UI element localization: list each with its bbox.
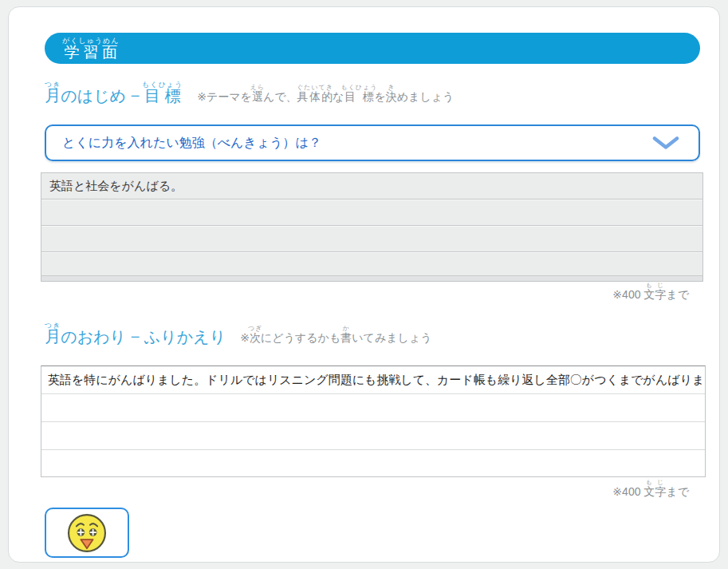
char-limit-note: ※400 文字もじまで (612, 479, 689, 500)
textarea-row (41, 422, 705, 450)
chevron-down-icon (652, 136, 679, 150)
learning-panel: 学習面がくしゅうめん 月つきのはじめ − 目標もくひょう ※テーマを選えらんで、… (8, 6, 720, 563)
goal-textarea[interactable]: 英語と社会をがんばる。 (41, 172, 703, 282)
textarea-row (41, 226, 702, 252)
review-section-note: ※次つぎにどうするかも書かいてみましょう (240, 325, 431, 344)
goal-text: 英語と社会をがんばる。 (41, 173, 702, 199)
study-focus-dropdown[interactable]: とくに力を入れたい勉強（べんきょう）は？ (45, 124, 700, 161)
review-section-heading: 月つきのおわり − ふりかえり ※次つぎにどうするかも書かいてみましょう (45, 322, 432, 346)
reflection-text: 英語を特にがんばりました。ドリルではリスニング問題にも挑戦して、カード帳も繰り返… (41, 366, 705, 393)
textarea-row (41, 394, 705, 422)
textarea-row: 英語を特にがんばりました。ドリルではリスニング問題にも挑戦して、カード帳も繰り返… (41, 366, 705, 394)
emoji-mood-button[interactable] (45, 508, 129, 558)
reflection-textarea[interactable]: 英語を特にがんばりました。ドリルではリスニング問題にも挑戦して、カード帳も繰り返… (41, 366, 706, 477)
goal-section-note: ※テーマを選えらんで、具体的ぐたいてきな目標もくひょうを決きめましょう (197, 84, 454, 103)
textarea-row (41, 200, 702, 226)
goal-section-title: 月つきのはじめ − 目標もくひょう (45, 81, 183, 105)
learning-page: 学習面がくしゅうめん 月つきのはじめ − 目標もくひょう ※テーマを選えらんで、… (0, 0, 728, 569)
review-section-title: 月つきのおわり − ふりかえり (45, 322, 226, 346)
goal-section-heading: 月つきのはじめ − 目標もくひょう ※テーマを選えらんで、具体的ぐたいてきな目標… (45, 81, 454, 105)
horizontal-scrollbar[interactable] (41, 275, 702, 281)
study-focus-dropdown-label: とくに力を入れたい勉強（べんきょう）は？ (46, 135, 652, 152)
char-limit-note: ※400 文字もじまで (612, 282, 689, 302)
excited-face-icon (65, 512, 108, 555)
page-title: 学習面がくしゅうめん (62, 37, 119, 60)
textarea-row (41, 450, 705, 477)
section-header-gakushuumen: 学習面がくしゅうめん (45, 33, 700, 64)
textarea-row: 英語と社会をがんばる。 (41, 173, 702, 200)
